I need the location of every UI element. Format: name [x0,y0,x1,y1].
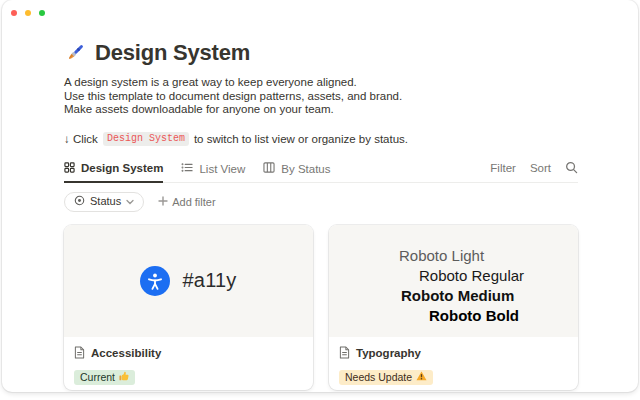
view-tabs: Design System List View [64,159,490,182]
card-footer: Accessibility Current [64,337,313,385]
grid-icon [64,162,75,175]
font-specimen-bold: Roboto Bold [429,306,578,326]
page-icon [339,346,350,361]
description-line: A design system is a great way to keep e… [64,76,578,90]
status-badge-current: Current [74,370,135,385]
paintbrush-emoji-icon [64,42,86,64]
tab-design-system[interactable]: Design System [64,159,163,183]
board-icon [263,162,275,175]
app-window: Design System A design system is a great… [2,0,638,392]
hint-suffix: to switch to list view or organize by st… [194,133,408,145]
tab-list-view[interactable]: List View [181,159,245,182]
status-icon [74,195,85,208]
font-specimen-medium: Roboto Medium [401,286,578,306]
card-title-row: Typography [339,346,568,361]
inline-code-chip: Design System [103,132,189,146]
tab-by-status[interactable]: By Status [263,159,330,182]
view-toolbar: Filter Sort [490,161,578,182]
status-badge-needs-update: Needs Update [339,370,433,385]
tab-label: List View [199,163,245,175]
add-filter-label: Add filter [172,196,215,208]
warning-emoji-icon [416,371,427,383]
font-specimen-light: Roboto Light [399,246,578,266]
accessibility-icon [140,266,170,296]
window-controls [2,0,638,16]
cover-hashtag-text: #a11y [182,269,236,292]
chevron-down-icon [126,195,134,207]
close-window-button[interactable] [11,10,17,16]
plus-icon [158,196,168,208]
description-line: Make assets downloadable for anyone on y… [64,103,578,117]
card-title-row: Accessibility [74,346,303,361]
font-specimen-regular: Roboto Regular [419,266,578,286]
page-description: A design system is a great way to keep e… [64,76,578,117]
hint-prefix: ↓ Click [64,133,98,145]
badge-label: Current [80,371,115,383]
description-line: Use this template to document design pat… [64,90,578,104]
badge-label: Needs Update [345,371,412,383]
card-footer: Typography Needs Update [329,337,578,385]
card-cover: Roboto Light Roboto Regular Roboto Mediu… [329,225,578,337]
zoom-window-button[interactable] [39,10,45,16]
page-content: Design System A design system is a great… [2,40,638,390]
card-badges: Needs Update [339,367,568,385]
add-filter-button[interactable]: Add filter [158,196,215,208]
gallery-view: #a11y Accessibility [64,225,578,390]
card-accessibility[interactable]: #a11y Accessibility [64,225,313,390]
tab-label: By Status [281,163,330,175]
page-header: Design System [64,40,578,66]
filter-row: Status Add filter [64,192,578,212]
card-typography[interactable]: Roboto Light Roboto Regular Roboto Mediu… [329,225,578,390]
card-cover: #a11y [64,225,313,337]
search-icon[interactable] [565,161,578,176]
filter-button[interactable]: Filter [490,162,516,174]
page-icon [74,346,85,361]
tab-label: Design System [81,162,163,174]
callout-hint: ↓ Click Design System to switch to list … [64,132,578,146]
thumbs-up-emoji-icon [119,371,129,383]
view-tab-bar: Design System List View [64,159,578,183]
card-title: Accessibility [91,347,161,359]
page-title: Design System [95,40,250,66]
status-filter-pill[interactable]: Status [64,192,144,212]
sort-button[interactable]: Sort [530,162,551,174]
card-badges: Current [74,367,303,385]
list-icon [181,162,193,175]
status-pill-label: Status [90,195,121,207]
card-title: Typography [356,347,421,359]
minimize-window-button[interactable] [25,10,31,16]
